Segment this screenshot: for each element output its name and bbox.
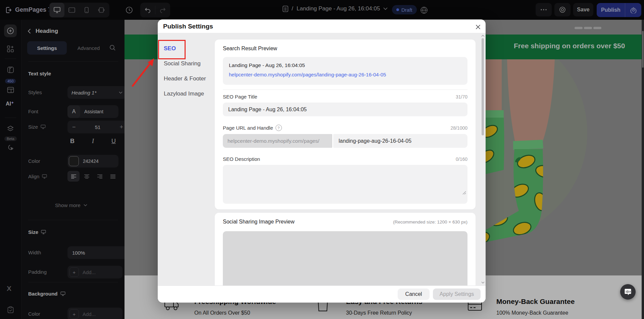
page-url-counter: 28/1000	[223, 125, 467, 131]
social-image-placeholder	[223, 231, 467, 285]
modal-nav-social-sharing[interactable]: Social Sharing	[164, 59, 214, 69]
annotation-arrow	[128, 54, 164, 90]
modal-nav-header-footer[interactable]: Header & Footer	[164, 74, 214, 84]
url-handle-input[interactable]	[333, 134, 467, 148]
search-result-preview-title: Search Result Preview	[223, 46, 277, 52]
seo-description-counter: 0/160	[223, 156, 467, 162]
modal-body: SEO Social Sharing Header & Footer Lazyl…	[158, 33, 486, 285]
seo-page-title-counter: 31/70	[223, 94, 467, 100]
preview-url-link[interactable]: helpcenter-demo.myshopify.com/pages/land…	[229, 72, 386, 77]
resize-handle-icon[interactable]	[462, 191, 466, 195]
modal-scrollbar-thumb[interactable]	[482, 38, 484, 135]
apply-settings-button[interactable]: Apply Settings	[433, 289, 481, 300]
publish-settings-modal: Publish Settings SEO Social Sharing Head…	[158, 19, 486, 302]
seo-page-title-input[interactable]	[223, 103, 467, 116]
modal-footer: Cancel Apply Settings	[158, 285, 486, 303]
recommended-size-note: (Recommended size: 1200 × 630 px)	[223, 219, 467, 225]
chat-icon	[624, 288, 632, 296]
scroll-up-arrow[interactable]	[481, 34, 485, 38]
modal-nav-lazyload-image[interactable]: Lazyload Image	[164, 89, 214, 99]
gempages-editor: GemPages 7	[0, 0, 644, 319]
cancel-button[interactable]: Cancel	[398, 289, 430, 300]
search-result-preview-box: Landing Page - Aug 26, 16:04:05 helpcent…	[223, 57, 467, 85]
preview-page-title: Landing Page - Aug 26, 16:04:05	[229, 62, 305, 68]
seo-card: Search Result Preview Landing Page - Aug…	[215, 40, 476, 209]
divider	[223, 89, 467, 90]
close-icon[interactable]	[475, 23, 481, 30]
seo-description-textarea[interactable]	[223, 165, 467, 204]
scroll-down-arrow[interactable]	[481, 281, 485, 284]
url-prefix-field: helpcenter-demo.myshopify.com/pages/	[223, 134, 332, 148]
modal-title: Publish Settings	[163, 23, 213, 30]
chat-widget-button[interactable]	[620, 284, 636, 300]
social-sharing-card: Social Sharing Image Preview (Recommende…	[215, 213, 476, 285]
